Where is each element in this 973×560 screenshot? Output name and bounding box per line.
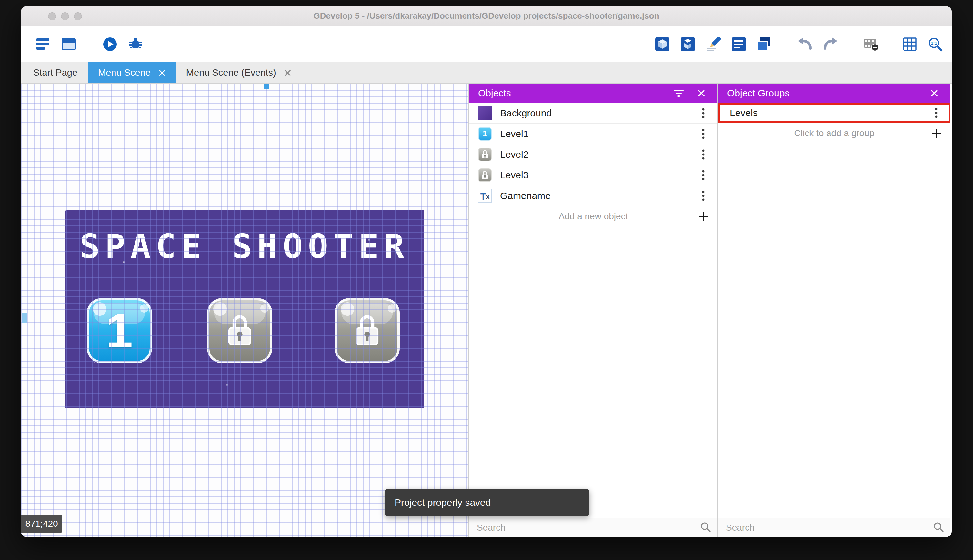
scene-stars xyxy=(65,210,67,211)
object-name: Level3 xyxy=(500,170,697,181)
save-toast: Project properly saved xyxy=(385,489,590,516)
scene-editor-icon[interactable] xyxy=(61,36,77,52)
add-group-label: Click to add a group xyxy=(794,128,874,138)
group-row-levels[interactable]: Levels xyxy=(718,103,950,123)
instances-list-icon[interactable] xyxy=(680,36,696,52)
tab-bar: Start Page Menu Scene Menu Scene (Events… xyxy=(21,62,952,83)
add-new-object-button[interactable]: Add a new object xyxy=(469,206,718,227)
object-name: Level2 xyxy=(500,149,697,160)
toolbar: 1:1 xyxy=(21,26,952,62)
zoom-1-1-icon[interactable]: 1:1 xyxy=(927,36,943,52)
grid-icon[interactable] xyxy=(902,36,918,52)
background-object-icon xyxy=(478,107,491,120)
gdevelop-window: GDevelop 5 - /Users/dkarakay/Documents/G… xyxy=(21,6,952,537)
padlock-icon xyxy=(209,300,270,361)
groups-search-bar xyxy=(718,518,950,537)
layers-icon[interactable] xyxy=(756,36,772,52)
group-name: Levels xyxy=(730,107,930,118)
toolbar-left-group xyxy=(35,36,143,52)
text-object-icon: Tx xyxy=(478,189,491,203)
plus-icon[interactable] xyxy=(697,210,710,223)
project-manager-icon[interactable] xyxy=(35,36,51,52)
filter-icon[interactable] xyxy=(672,86,686,100)
scene-edge-marker-left[interactable] xyxy=(22,313,27,323)
group-menu-icon[interactable] xyxy=(930,107,943,119)
plus-icon[interactable] xyxy=(930,127,943,140)
close-panel-icon[interactable] xyxy=(927,86,941,100)
window-title: GDevelop 5 - /Users/dkarakay/Documents/G… xyxy=(21,11,952,21)
svg-text:1:1: 1:1 xyxy=(931,41,937,45)
close-tab-icon[interactable] xyxy=(284,69,291,77)
groups-panel-header: Object Groups xyxy=(718,83,950,103)
scene-title-text[interactable]: SPACE SHOOTER xyxy=(65,227,424,266)
object-row-level2[interactable]: Level2 xyxy=(469,144,718,165)
object-name: Background xyxy=(500,108,697,119)
tab-label: Start Page xyxy=(33,67,77,78)
render-mask-icon[interactable] xyxy=(863,36,879,52)
events-sheet-icon[interactable] xyxy=(731,36,747,52)
titlebar: GDevelop 5 - /Users/dkarakay/Documents/G… xyxy=(21,6,952,26)
lock-object-icon xyxy=(478,168,491,182)
objects-search-input[interactable] xyxy=(477,523,700,533)
toolbar-right-group: 1:1 xyxy=(654,36,943,52)
redo-icon[interactable] xyxy=(822,36,838,52)
tab-menu-scene-events[interactable]: Menu Scene (Events) xyxy=(176,62,301,83)
search-icon[interactable] xyxy=(933,522,944,534)
tab-label: Menu Scene (Events) xyxy=(186,67,276,78)
scene-canvas[interactable]: SPACE SHOOTER 1 xyxy=(21,83,468,537)
objects-panel-empty-area xyxy=(469,227,718,518)
zoom-window-button[interactable] xyxy=(74,12,82,20)
scene-background[interactable]: SPACE SHOOTER 1 xyxy=(65,210,424,408)
minimize-window-button[interactable] xyxy=(61,12,69,20)
close-window-button[interactable] xyxy=(48,12,56,20)
close-tab-icon[interactable] xyxy=(158,69,165,77)
objects-panel-header: Objects xyxy=(469,83,718,103)
preview-play-icon[interactable] xyxy=(102,36,118,52)
object-groups-panel: Object Groups Levels Click to add a grou… xyxy=(718,83,950,537)
level1-object-icon: 1 xyxy=(478,127,491,141)
groups-search-input[interactable] xyxy=(726,523,933,533)
tab-menu-scene[interactable]: Menu Scene xyxy=(88,62,176,83)
level1-button-object[interactable]: 1 xyxy=(87,298,152,363)
padlock-icon xyxy=(337,300,397,361)
add-object-label: Add a new object xyxy=(559,211,628,222)
scene-edge-marker-top[interactable] xyxy=(263,83,269,89)
object-menu-icon[interactable] xyxy=(697,127,710,140)
objects-editor-icon[interactable] xyxy=(654,36,670,52)
object-name: Gamename xyxy=(500,190,697,201)
object-menu-icon[interactable] xyxy=(697,148,710,161)
search-icon[interactable] xyxy=(700,522,711,534)
level2-button-object[interactable] xyxy=(207,298,272,363)
tab-label: Menu Scene xyxy=(98,67,151,78)
level3-button-object[interactable] xyxy=(335,298,400,363)
object-row-level1[interactable]: 1 Level1 xyxy=(469,123,718,144)
groups-panel-empty-area xyxy=(718,143,950,518)
traffic-lights xyxy=(48,6,82,26)
undo-icon[interactable] xyxy=(797,36,813,52)
object-row-background[interactable]: Background xyxy=(469,103,718,123)
object-menu-icon[interactable] xyxy=(697,189,710,202)
object-menu-icon[interactable] xyxy=(697,107,710,120)
close-panel-icon[interactable] xyxy=(694,86,708,100)
edit-scene-icon[interactable] xyxy=(705,36,721,52)
desktop-background: GDevelop 5 - /Users/dkarakay/Documents/G… xyxy=(0,0,973,560)
object-row-gamename[interactable]: Tx Gamename xyxy=(469,185,718,206)
objects-panel-title: Objects xyxy=(478,88,511,99)
lock-object-icon xyxy=(478,148,491,161)
main-content: SPACE SHOOTER 1 xyxy=(21,83,952,537)
add-group-button[interactable]: Click to add a group xyxy=(718,123,950,143)
object-row-level3[interactable]: Level3 xyxy=(469,165,718,185)
tab-start-page[interactable]: Start Page xyxy=(23,62,88,83)
objects-search-bar xyxy=(469,518,718,537)
object-name: Level1 xyxy=(500,128,697,139)
debug-icon[interactable] xyxy=(127,36,143,52)
level1-number: 1 xyxy=(89,300,150,361)
objects-panel: Objects Background xyxy=(469,83,718,537)
groups-panel-title: Object Groups xyxy=(727,88,790,99)
cursor-coordinates-badge: 871;420 xyxy=(21,515,62,533)
object-menu-icon[interactable] xyxy=(697,169,710,182)
